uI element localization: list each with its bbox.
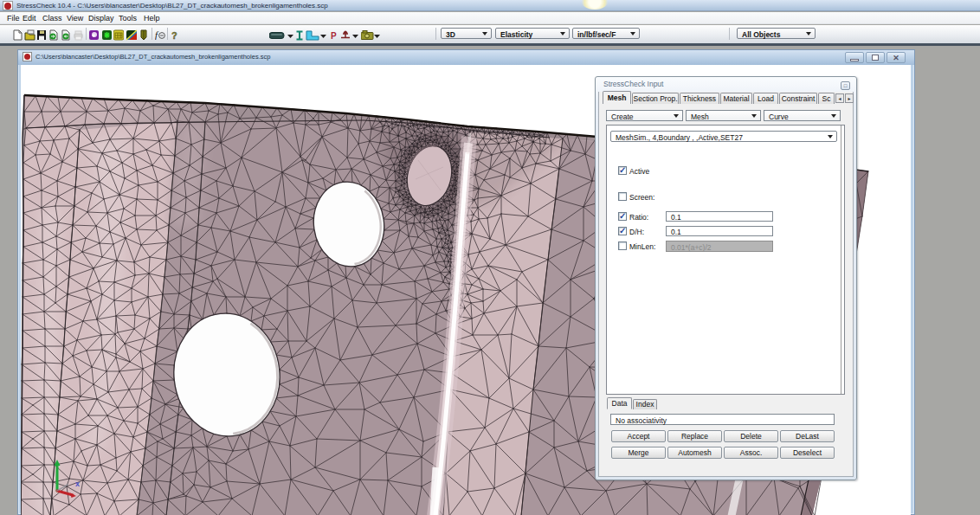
svg-text:P: P [331, 31, 337, 41]
svg-text:?: ? [171, 30, 177, 41]
svg-text:x: x [75, 480, 80, 488]
